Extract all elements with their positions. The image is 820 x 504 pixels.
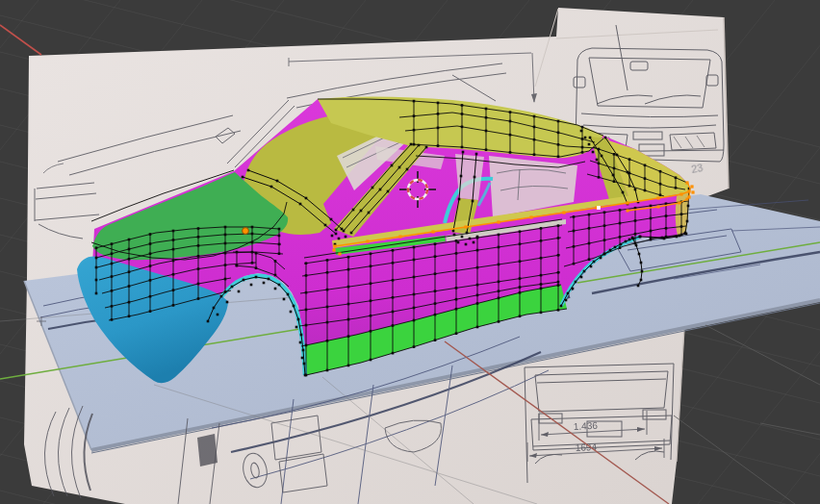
3d-viewport[interactable]: 23 [0, 0, 820, 504]
dimension-label-outer: 1694 [576, 441, 598, 453]
viewport-canvas[interactable]: 23 [0, 0, 820, 504]
origin-dot [243, 228, 249, 235]
dimension-label-inner: 1.436 [574, 420, 599, 432]
dimension-fragment-label: 23 [690, 162, 704, 175]
object-origin [243, 228, 249, 235]
